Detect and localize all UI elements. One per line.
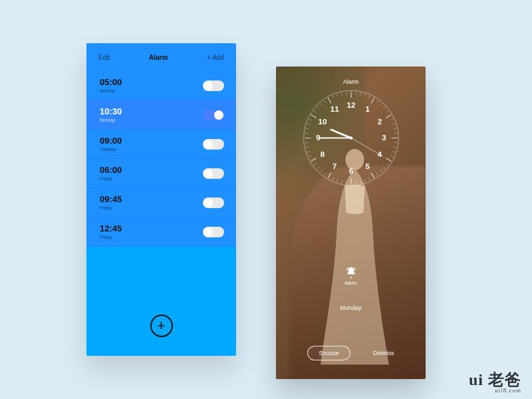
svg-line-21 bbox=[390, 156, 393, 157]
alarm-toggle[interactable] bbox=[203, 168, 224, 179]
alarm-time: 12:45 bbox=[100, 224, 122, 233]
svg-line-38 bbox=[324, 173, 326, 176]
svg-line-40 bbox=[317, 167, 319, 169]
svg-line-57 bbox=[328, 98, 331, 103]
svg-line-74 bbox=[331, 130, 350, 138]
add-button[interactable]: + Add bbox=[207, 54, 224, 61]
screen-title: Alarm bbox=[276, 78, 426, 85]
edit-button[interactable]: Edit bbox=[98, 54, 110, 61]
svg-text:11: 11 bbox=[330, 104, 338, 113]
alarm-day: Monday bbox=[276, 305, 426, 311]
alarm-row[interactable]: 09:00Tuesday bbox=[86, 130, 236, 159]
alarm-time: 06:00 bbox=[100, 166, 122, 175]
svg-text:8: 8 bbox=[320, 150, 325, 158]
svg-text:6: 6 bbox=[348, 166, 353, 175]
svg-line-5 bbox=[364, 94, 365, 96]
alarm-toggle[interactable] bbox=[203, 139, 224, 150]
svg-line-49 bbox=[305, 128, 309, 129]
alarm-day-label: Friday bbox=[100, 205, 122, 210]
plus-icon: + bbox=[157, 317, 166, 334]
action-row: Snooze Dismiss bbox=[276, 346, 426, 360]
svg-line-42 bbox=[311, 158, 316, 162]
svg-line-34 bbox=[341, 180, 342, 184]
alarm-row[interactable]: 12:45Friday bbox=[86, 217, 236, 247]
alarm-row[interactable]: 10:30Monday bbox=[86, 100, 236, 130]
alarm-day-label: Friday bbox=[100, 176, 122, 181]
svg-line-4 bbox=[360, 92, 360, 96]
alarm-day-label: Tuesday bbox=[100, 147, 122, 152]
svg-text:7: 7 bbox=[332, 162, 336, 170]
svg-line-30 bbox=[360, 180, 360, 184]
svg-line-60 bbox=[341, 92, 342, 96]
svg-point-77 bbox=[349, 136, 352, 140]
alarm-toggle[interactable] bbox=[203, 198, 224, 208]
svg-line-22 bbox=[386, 158, 391, 162]
svg-line-45 bbox=[305, 147, 309, 148]
svg-line-24 bbox=[383, 167, 385, 169]
header-bar: Edit Alarm + Add bbox=[86, 43, 236, 71]
svg-line-37 bbox=[328, 173, 331, 178]
svg-line-59 bbox=[336, 94, 337, 96]
svg-text:3: 3 bbox=[382, 133, 386, 142]
svg-line-15 bbox=[393, 128, 396, 129]
svg-line-6 bbox=[368, 96, 370, 98]
svg-line-10 bbox=[383, 107, 385, 109]
svg-line-13 bbox=[390, 119, 393, 120]
add-alarm-fab[interactable]: + bbox=[150, 315, 173, 337]
svg-line-25 bbox=[380, 170, 382, 172]
watermark-brand: ui 老爸 bbox=[469, 372, 521, 388]
alarm-ring-screen: Alarm 123456789101112 Alarm Monday Snooz… bbox=[276, 66, 426, 379]
svg-line-39 bbox=[320, 170, 322, 172]
svg-text:12: 12 bbox=[346, 100, 355, 109]
alarm-time: 09:45 bbox=[100, 195, 122, 204]
svg-text:5: 5 bbox=[365, 162, 370, 170]
alarm-time: 05:00 bbox=[100, 78, 122, 87]
svg-line-44 bbox=[307, 152, 309, 152]
analog-clock: 123456789101112 bbox=[299, 86, 402, 190]
svg-line-41 bbox=[313, 164, 316, 166]
svg-line-58 bbox=[332, 96, 333, 98]
svg-line-28 bbox=[368, 178, 370, 180]
alarm-toggle[interactable] bbox=[203, 80, 224, 91]
svg-line-36 bbox=[332, 178, 333, 180]
alarm-row[interactable]: 05:00Monday bbox=[86, 71, 236, 100]
alarm-indicator: Alarm bbox=[344, 266, 358, 285]
svg-line-23 bbox=[386, 164, 388, 166]
svg-line-14 bbox=[392, 124, 394, 124]
svg-line-76 bbox=[351, 138, 382, 156]
alarm-time: 10:30 bbox=[100, 107, 122, 116]
svg-text:10: 10 bbox=[318, 117, 327, 126]
watermark-url: uil8.com bbox=[469, 388, 521, 394]
alarm-day-label: Friday bbox=[100, 235, 122, 239]
svg-line-26 bbox=[376, 173, 378, 176]
svg-line-50 bbox=[307, 124, 309, 124]
svg-line-56 bbox=[324, 100, 326, 103]
alarm-toggle[interactable] bbox=[203, 110, 224, 120]
svg-line-27 bbox=[371, 173, 374, 178]
svg-line-53 bbox=[313, 111, 316, 113]
snooze-button[interactable]: Snooze bbox=[307, 346, 350, 360]
svg-line-35 bbox=[336, 179, 337, 182]
alarm-row[interactable]: 06:00Friday bbox=[86, 159, 236, 188]
svg-line-9 bbox=[380, 104, 382, 106]
svg-line-19 bbox=[393, 147, 396, 148]
alarm-toggle[interactable] bbox=[203, 227, 224, 237]
dismiss-button[interactable]: Dismiss bbox=[373, 350, 394, 356]
alarm-row[interactable]: 09:45Friday bbox=[86, 188, 236, 217]
alarm-indicator-label: Alarm bbox=[344, 281, 358, 285]
svg-line-12 bbox=[386, 115, 391, 118]
svg-line-8 bbox=[376, 100, 378, 103]
alarm-day-label: Monday bbox=[100, 88, 122, 93]
alarm-list-screen: Edit Alarm + Add 05:00Monday10:30Monday0… bbox=[86, 43, 236, 356]
svg-line-52 bbox=[311, 115, 316, 118]
svg-line-20 bbox=[392, 152, 394, 152]
svg-line-29 bbox=[364, 179, 365, 182]
svg-line-55 bbox=[320, 104, 322, 106]
svg-text:2: 2 bbox=[377, 117, 381, 126]
svg-line-7 bbox=[371, 98, 374, 103]
alarm-day-label: Monday bbox=[100, 118, 122, 122]
watermark: ui 老爸 uil8.com bbox=[469, 372, 521, 394]
alarm-list: 05:00Monday10:30Monday09:00Tuesday06:00F… bbox=[86, 71, 236, 247]
svg-line-54 bbox=[317, 107, 319, 109]
svg-line-51 bbox=[309, 119, 311, 120]
